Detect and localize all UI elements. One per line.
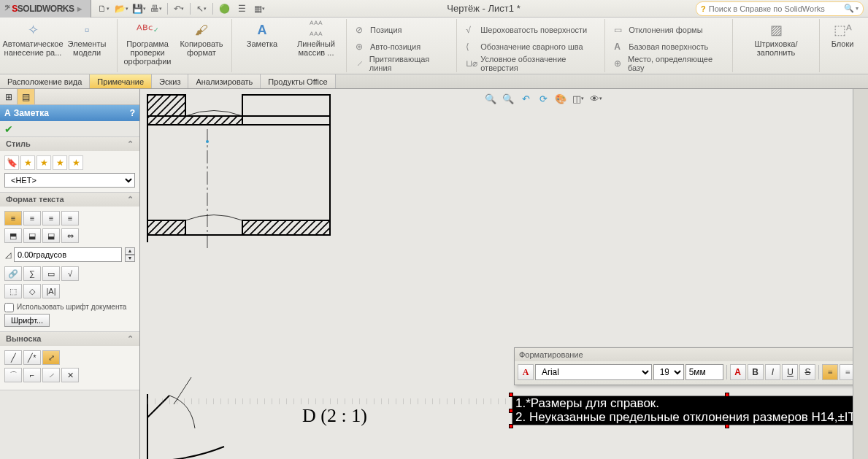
btn-a[interactable]: ⬚ [4, 284, 22, 298]
leader-2[interactable]: ╱* [23, 350, 41, 365]
underline-btn[interactable]: U [782, 364, 798, 380]
font-height-input[interactable] [685, 364, 723, 380]
leader-6[interactable]: ⟋ [42, 368, 60, 382]
style-del-fav[interactable]: ★ [37, 155, 51, 170]
balloon-button[interactable]: ⊘Позиция [353, 22, 450, 37]
magnet-line-button[interactable]: ⟋Притягивающая линия [353, 55, 450, 71]
zoom-area[interactable]: 🔍 [501, 91, 515, 106]
options-button[interactable]: ☰ [234, 1, 250, 16]
surface-finish-button[interactable]: √Шероховатость поверхности [463, 22, 599, 37]
font-size-select[interactable]: 19 [653, 364, 684, 380]
help-search[interactable]: ? 🔍 ▾ [696, 1, 864, 16]
print-button[interactable]: 🖶▾ [148, 1, 164, 16]
valign-mid[interactable]: ⬓ [23, 228, 41, 243]
insert-symbol[interactable]: ∑ [23, 266, 41, 281]
insert-surf[interactable]: √ [61, 266, 79, 281]
search-icon[interactable]: 🔍 [844, 4, 854, 13]
font-family-select[interactable]: Arial [535, 364, 652, 380]
datum-feature-button[interactable]: AБазовая поверхность [611, 39, 726, 54]
ok-button[interactable]: ✔ [4, 123, 13, 135]
style-save[interactable]: ★ [53, 155, 67, 170]
pm-help-button[interactable]: ? [130, 108, 135, 118]
tab-evaluate[interactable]: Анализировать [188, 74, 261, 88]
model-items-button[interactable]: ▫Элементы модели [60, 20, 114, 58]
tab-annotation[interactable]: Примечание [90, 74, 152, 88]
save-button[interactable]: 💾▾ [131, 1, 147, 16]
insert-link[interactable]: 🔗 [4, 266, 22, 281]
align-left[interactable]: ≡ [4, 211, 22, 225]
btn-c[interactable]: |A| [42, 284, 60, 298]
undo-button[interactable]: ↶▾ [171, 1, 187, 16]
fmt-toolbar-title[interactable]: Форматирование ▬ [515, 348, 868, 361]
note-line-2[interactable]: 2. Неуказанные предельные отклонения раз… [515, 411, 868, 425]
section-view[interactable]: ⟳ [536, 91, 550, 106]
textformat-section-header[interactable]: Формат текста⌃ [0, 193, 139, 207]
valign-bot[interactable]: ⬓ [42, 228, 60, 243]
spellcheck-button[interactable]: ᴬᴮᶜ✓Программа проверки орфографии [120, 20, 174, 67]
font-color-btn[interactable]: A [518, 364, 534, 380]
app-logo[interactable]: 𝄢 SSOLIDWORKS ▸ [0, 0, 91, 18]
drawing-canvas[interactable]: ⊞ ⊡ 🔍 🔍 ↶ ⟳ 🎨 ◫▾ 👁▾ [140, 89, 868, 459]
search-input[interactable] [709, 4, 844, 13]
pm-tab-2[interactable]: ▤ [18, 89, 35, 104]
note-edit-box[interactable]: 1.*Размеры для справок. 2. Неуказанные п… [512, 396, 868, 425]
btn-b[interactable]: ◇ [23, 284, 41, 298]
view-orient[interactable]: 🎨 [553, 91, 568, 106]
note-button[interactable]: AЗаметка [235, 20, 289, 50]
style-select[interactable]: <НЕТ> [4, 173, 135, 188]
align-right[interactable]: ≡ [42, 211, 60, 225]
tab-office[interactable]: Продукты Office [261, 74, 335, 88]
align-r-btn[interactable]: ≡ [857, 364, 868, 380]
style-load[interactable]: ★ [69, 155, 83, 170]
use-doc-font-check[interactable] [4, 303, 14, 312]
italic-btn[interactable]: I [765, 364, 781, 380]
hide-show[interactable]: 👁▾ [588, 91, 603, 106]
leader-4[interactable]: ⌒ [4, 368, 22, 382]
blocks-button[interactable]: ⬚ᴬБлоки [823, 20, 862, 50]
leader-section-header[interactable]: Выноска⌃ [0, 332, 139, 346]
datum-target-button[interactable]: ⊕Место, определяющее базу [611, 55, 726, 71]
angle-up[interactable]: ▲ [125, 247, 135, 255]
linear-pattern-button[interactable]: ᴬᴬᴬᴬᴬᴬЛинейный массив ... [289, 20, 343, 58]
formatting-toolbar[interactable]: Форматирование ▬ A Arial 19 A B I U S ≡ … [514, 347, 868, 385]
task-pane-tabs[interactable]: ⊞ ⊡ [853, 89, 867, 115]
new-button[interactable]: 🗋▾ [96, 1, 112, 16]
rebuild-button[interactable]: 🟢 [216, 1, 232, 16]
fit-text[interactable]: ⇔ [61, 228, 79, 243]
align-justify[interactable]: ≡ [61, 211, 79, 225]
display-style[interactable]: ◫▾ [571, 91, 585, 106]
pm-tab-1[interactable]: ⊞ [0, 89, 18, 104]
hatch-fill-button[interactable]: ▨Штриховка/заполнить [736, 20, 816, 58]
style-add-fav[interactable]: ★ [20, 155, 35, 170]
angle-down[interactable]: ▼ [125, 255, 135, 262]
leader-5[interactable]: ⌐ [23, 368, 41, 382]
leader-7[interactable]: ✕ [61, 368, 79, 382]
valign-top[interactable]: ⬒ [4, 228, 22, 243]
auto-dimension-button[interactable]: ✧Автоматическое нанесение ра... [6, 20, 60, 58]
bold-a[interactable]: A [730, 364, 746, 380]
leader-1[interactable]: ╱ [4, 350, 22, 365]
strike-btn[interactable]: S [799, 364, 815, 380]
tab-view-layout[interactable]: Расположение вида [0, 74, 90, 88]
insert-geom[interactable]: ▭ [42, 266, 60, 281]
angle-input[interactable] [14, 247, 122, 262]
zoom-fit[interactable]: 🔍 [483, 91, 498, 106]
search-dropdown[interactable]: ▾ [856, 5, 859, 12]
bold-btn[interactable]: B [748, 364, 764, 380]
leader-3[interactable]: ⤢ [42, 350, 60, 365]
align-c-btn[interactable]: ≡ [840, 364, 856, 380]
tp-2[interactable]: ⊡ [853, 102, 867, 115]
prev-view[interactable]: ↶ [518, 91, 533, 106]
style-section-header[interactable]: Стиль⌃ [0, 137, 139, 151]
geo-tolerance-button[interactable]: ▭Отклонения формы [611, 22, 726, 37]
tp-1[interactable]: ⊞ [853, 89, 867, 102]
open-button[interactable]: 📂▾ [113, 1, 129, 16]
align-center[interactable]: ≡ [23, 211, 41, 225]
tab-sketch[interactable]: Эскиз [152, 74, 188, 88]
align-l-btn[interactable]: ≡ [822, 364, 838, 380]
auto-balloon-button[interactable]: ⊛Авто-позиция [353, 39, 450, 54]
style-apply[interactable]: 🔖 [4, 155, 19, 170]
options2-button[interactable]: ▦▾ [251, 1, 267, 16]
hole-callout-button[interactable]: ⊔⌀Условное обозначение отверстия [463, 55, 599, 71]
note-line-1[interactable]: 1.*Размеры для справок. [515, 397, 659, 411]
